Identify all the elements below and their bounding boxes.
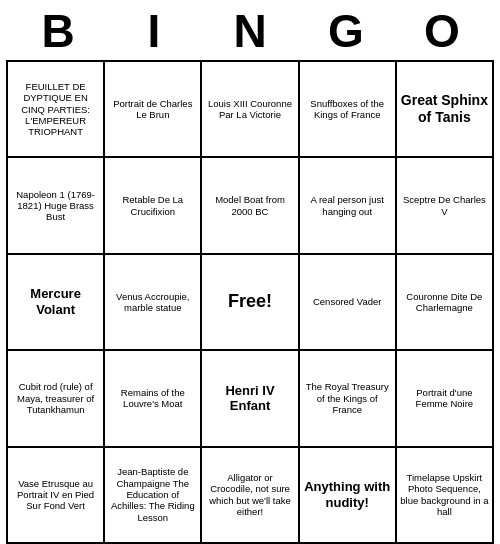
bingo-cell-12[interactable]: Free! xyxy=(201,254,298,350)
header-letter-i: I xyxy=(110,4,198,58)
bingo-cell-22[interactable]: Alligator or Crocodile, not sure which b… xyxy=(201,447,298,543)
header-letter-g: G xyxy=(302,4,390,58)
bingo-cell-3[interactable]: Snuffboxes of the Kings of France xyxy=(299,61,396,157)
bingo-cell-16[interactable]: Remains of the Louvre's Moat xyxy=(104,350,201,446)
bingo-cell-24[interactable]: Timelapse Upskirt Photo Sequence, blue b… xyxy=(396,447,493,543)
bingo-cell-4[interactable]: Great Sphinx of Tanis xyxy=(396,61,493,157)
bingo-cell-15[interactable]: Cubit rod (rule) of Maya, treasurer of T… xyxy=(7,350,104,446)
bingo-cell-0[interactable]: FEUILLET DE DYPTIQUE EN CINQ PARTIES: L'… xyxy=(7,61,104,157)
header-letter-o: O xyxy=(398,4,486,58)
bingo-cell-7[interactable]: Model Boat from 2000 BC xyxy=(201,157,298,253)
bingo-header: B I N G O xyxy=(10,0,490,60)
bingo-cell-21[interactable]: Jean-Baptiste de Champaigne The Educatio… xyxy=(104,447,201,543)
bingo-cell-19[interactable]: Portrait d'une Femme Noire xyxy=(396,350,493,446)
bingo-cell-1[interactable]: Portrait de Charles Le Brun xyxy=(104,61,201,157)
bingo-grid: FEUILLET DE DYPTIQUE EN CINQ PARTIES: L'… xyxy=(6,60,494,544)
bingo-cell-14[interactable]: Couronne Dite De Charlemagne xyxy=(396,254,493,350)
bingo-cell-8[interactable]: A real person just hanging out xyxy=(299,157,396,253)
bingo-cell-18[interactable]: The Royal Treasury of the Kings of Franc… xyxy=(299,350,396,446)
bingo-cell-5[interactable]: Napoleon 1 (1769-1821) Huge Brass Bust xyxy=(7,157,104,253)
bingo-cell-11[interactable]: Venus Accroupie, marble statue xyxy=(104,254,201,350)
bingo-cell-9[interactable]: Sceptre De Charles V xyxy=(396,157,493,253)
bingo-cell-10[interactable]: Mercure Volant xyxy=(7,254,104,350)
header-letter-b: B xyxy=(14,4,102,58)
bingo-cell-20[interactable]: Vase Etrusque au Portrait IV en Pied Sur… xyxy=(7,447,104,543)
bingo-cell-2[interactable]: Louis XIII Couronne Par La Victorie xyxy=(201,61,298,157)
bingo-cell-17[interactable]: Henri IV Enfant xyxy=(201,350,298,446)
bingo-cell-13[interactable]: Censored Vader xyxy=(299,254,396,350)
bingo-cell-6[interactable]: Retable De La Crucifixion xyxy=(104,157,201,253)
header-letter-n: N xyxy=(206,4,294,58)
bingo-cell-23[interactable]: Anything with nudity! xyxy=(299,447,396,543)
